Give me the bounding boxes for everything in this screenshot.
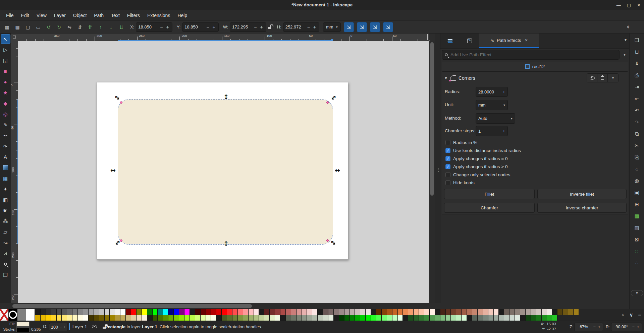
color-swatch[interactable] xyxy=(387,309,392,315)
plus-icon[interactable]: + xyxy=(63,325,66,330)
minus-icon[interactable]: − xyxy=(306,24,311,30)
color-swatch[interactable] xyxy=(509,315,515,321)
lower-icon[interactable]: ↓ xyxy=(107,23,115,31)
color-swatch[interactable] xyxy=(472,315,478,321)
color-swatch[interactable] xyxy=(297,315,302,321)
color-swatch[interactable] xyxy=(168,309,174,315)
h-field[interactable]: 252.972−+ xyxy=(283,22,319,32)
scale-handle-icon[interactable]: ↔ xyxy=(223,240,230,247)
open-document-icon[interactable]: ⊔ xyxy=(632,47,642,57)
color-swatch[interactable] xyxy=(371,309,376,315)
lock-ratio-toggle[interactable] xyxy=(268,24,273,29)
scale-pattern-toggle[interactable]: ⇲ xyxy=(383,22,393,32)
color-swatch[interactable] xyxy=(403,309,408,315)
star-tool[interactable]: ★ xyxy=(1,88,10,97)
color-swatch[interactable] xyxy=(120,309,126,315)
color-swatch[interactable] xyxy=(526,309,531,315)
color-swatch[interactable] xyxy=(323,315,328,321)
unlink-clone-icon[interactable]: ⊠ xyxy=(632,235,642,245)
color-swatch[interactable] xyxy=(515,315,520,321)
color-swatch[interactable] xyxy=(41,315,46,321)
color-swatch[interactable] xyxy=(536,315,542,321)
color-swatch[interactable] xyxy=(520,309,526,315)
color-swatch[interactable] xyxy=(398,309,403,315)
color-swatch[interactable] xyxy=(201,315,206,321)
color-swatch[interactable] xyxy=(99,315,105,321)
title-bar[interactable]: *New document 1 - Inkscape —▢✕ xyxy=(0,0,644,10)
rectangle-tool[interactable]: ■ xyxy=(1,66,10,76)
color-swatch[interactable] xyxy=(195,315,201,321)
color-swatch[interactable] xyxy=(99,309,105,315)
color-swatch[interactable] xyxy=(78,315,83,321)
color-swatch[interactable] xyxy=(211,315,216,321)
color-swatch[interactable] xyxy=(467,315,472,321)
color-swatch[interactable] xyxy=(440,315,446,321)
horizontal-ruler[interactable]: -350-300-250-200-150-100-50050 xyxy=(18,34,429,41)
chamfer-button[interactable]: Chamfer xyxy=(444,203,535,213)
color-swatch[interactable] xyxy=(254,315,259,321)
color-swatch[interactable] xyxy=(520,315,526,321)
color-swatch[interactable] xyxy=(142,309,147,315)
color-swatch[interactable] xyxy=(456,309,462,315)
zoom-drawing-icon[interactable]: ◍ xyxy=(632,176,642,186)
color-swatch[interactable] xyxy=(446,315,451,321)
fillet-button[interactable]: Fillet xyxy=(444,189,535,199)
color-swatch[interactable] xyxy=(350,309,355,315)
color-swatch[interactable] xyxy=(110,315,115,321)
minus-icon[interactable]: − xyxy=(159,24,164,30)
color-swatch[interactable] xyxy=(536,309,542,315)
export-icon[interactable]: ⇤ xyxy=(632,94,642,104)
expander-icon[interactable]: ▼ xyxy=(444,76,448,80)
lpe-search-box[interactable] xyxy=(442,50,620,60)
white-swatch[interactable] xyxy=(26,309,35,321)
method-dropdown[interactable]: Auto ▾ xyxy=(476,113,515,124)
color-swatch[interactable] xyxy=(360,309,366,315)
minus-icon[interactable]: − xyxy=(205,24,210,30)
color-swatch[interactable] xyxy=(163,315,168,321)
more-commands-button[interactable]: ▼ xyxy=(631,290,643,296)
color-swatch[interactable] xyxy=(67,309,72,315)
color-swatch[interactable] xyxy=(286,309,291,315)
plus-icon[interactable]: + xyxy=(312,24,317,30)
checkbox-icon[interactable] xyxy=(445,140,450,145)
color-swatch[interactable] xyxy=(67,315,72,321)
color-swatch[interactable] xyxy=(504,309,509,315)
plus-icon[interactable]: + xyxy=(502,89,505,94)
cut-icon[interactable]: ✂ xyxy=(632,141,642,151)
effect-visibility-button[interactable] xyxy=(587,74,597,82)
color-swatch[interactable] xyxy=(531,315,536,321)
undo-icon[interactable]: ↶ xyxy=(632,106,642,116)
color-swatch[interactable] xyxy=(515,309,520,315)
color-swatch[interactable] xyxy=(249,315,254,321)
color-swatch[interactable] xyxy=(557,309,563,315)
color-swatch[interactable] xyxy=(408,315,414,321)
color-swatch[interactable] xyxy=(542,315,547,321)
scale-handle-icon[interactable]: ↔ xyxy=(109,166,117,174)
color-swatch[interactable] xyxy=(414,309,419,315)
menu-file[interactable]: File xyxy=(3,11,17,19)
color-swatch[interactable] xyxy=(355,315,360,321)
plus-icon[interactable]: + xyxy=(637,325,639,329)
color-swatch[interactable] xyxy=(403,315,408,321)
spiral-tool[interactable]: ◎ xyxy=(1,109,10,119)
color-swatch[interactable] xyxy=(526,315,531,321)
vertical-ruler[interactable]: 050100150200250 xyxy=(11,41,18,303)
color-swatch[interactable] xyxy=(430,309,435,315)
redo-icon[interactable]: ↷ xyxy=(632,117,642,127)
color-swatch[interactable] xyxy=(105,309,110,315)
color-swatch[interactable] xyxy=(339,309,344,315)
color-swatch[interactable] xyxy=(286,315,291,321)
zoom-spinbox[interactable]: 67% − + xyxy=(574,323,603,331)
color-swatch[interactable] xyxy=(328,309,334,315)
tab-close-icon[interactable]: ✕ xyxy=(525,38,528,43)
zoom-tool[interactable] xyxy=(1,259,10,269)
color-swatch[interactable] xyxy=(280,315,286,321)
color-swatch[interactable] xyxy=(297,309,302,315)
color-swatch[interactable] xyxy=(483,309,488,315)
color-swatch[interactable] xyxy=(563,309,568,315)
layer-visibility-icon[interactable] xyxy=(92,325,97,328)
duplicate-icon[interactable]: ⊞ xyxy=(632,199,642,209)
color-swatch[interactable] xyxy=(206,315,211,321)
color-swatch[interactable] xyxy=(328,315,334,321)
color-swatch[interactable] xyxy=(89,309,94,315)
